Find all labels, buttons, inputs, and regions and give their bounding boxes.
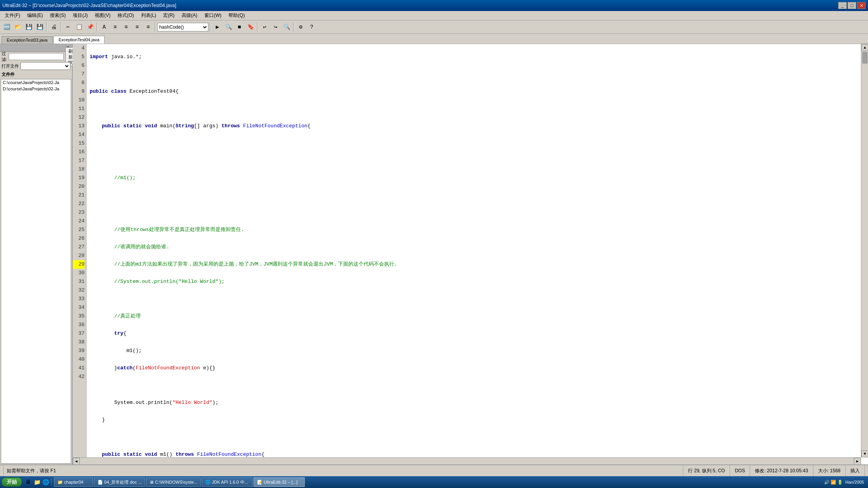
- menu-list[interactable]: 列表(L): [138, 11, 160, 20]
- menu-file[interactable]: 文件(F): [2, 11, 23, 20]
- menu-bar: 文件(F) 编辑(E) 搜索(S) 项目(J) 视图(V) 格式(O) 列表(L…: [0, 11, 868, 20]
- taskbar-right: 🔊 📶 🔋 Han/2005: [824, 480, 866, 485]
- save-btn[interactable]: 💾: [24, 22, 34, 32]
- open-btn[interactable]: 📂: [13, 22, 23, 32]
- tab-1[interactable]: ExceptionTest04.java: [53, 36, 105, 44]
- menu-view[interactable]: 视图(V): [92, 11, 114, 20]
- title-bar: UltraEdit-32 – [D:\course\JavaProjects\0…: [0, 0, 868, 11]
- left-panel: ✕ 过滤: 刷新(B) 打开文件 文件件 C:\course\JavaProje…: [0, 44, 73, 464]
- file-tree-label: 文件件: [0, 71, 72, 78]
- menu-project[interactable]: 项目(J): [70, 11, 91, 20]
- code-line-9: [90, 139, 860, 148]
- file-item-1[interactable]: D:\course\JavaProjects\02-Ja: [1, 86, 71, 92]
- taskbar-item-0[interactable]: 📁 chapter04: [54, 477, 93, 487]
- menu-advanced[interactable]: 高级(A): [178, 11, 200, 20]
- sep4: [155, 22, 156, 32]
- line-numbers: 45678 910111213 1415161718 1920212223 24…: [73, 44, 86, 457]
- taskbar-item-4[interactable]: 📝 UltraEdit-32 – [...]: [254, 477, 305, 487]
- code-line-25: }: [90, 416, 860, 424]
- align-right-btn[interactable]: ≡: [132, 22, 142, 32]
- menu-macro[interactable]: 宏(R): [160, 11, 178, 20]
- help-btn2[interactable]: ?: [307, 22, 317, 32]
- format-section: DOS: [730, 465, 750, 476]
- vertical-scrollbar[interactable]: ▲ ▼: [861, 44, 868, 457]
- code-container: 45678 910111213 1415161718 1920212223 24…: [73, 44, 868, 457]
- font-btn[interactable]: A: [99, 22, 109, 32]
- ql-icon-1[interactable]: 🖥: [24, 478, 32, 486]
- code-line-6: public class ExceptionTest04{: [90, 87, 860, 96]
- cut-btn[interactable]: ✂: [63, 22, 73, 32]
- code-line-19: //真正处理: [90, 312, 860, 321]
- new-btn[interactable]: 🆕: [2, 22, 12, 32]
- menu-search[interactable]: 搜索(S): [47, 11, 69, 20]
- menu-format[interactable]: 格式(O): [114, 11, 137, 20]
- main-layout: ✕ 过滤: 刷新(B) 打开文件 文件件 C:\course\JavaProje…: [0, 44, 868, 464]
- maximize-btn[interactable]: □: [848, 2, 856, 9]
- modified-section: 修改: 2012-7-28 10:05:43: [750, 465, 813, 476]
- code-line-18: [90, 295, 860, 303]
- menu-help[interactable]: 帮助(Q): [225, 11, 248, 20]
- code-line-27: public static void m1() throws FileNotFo…: [90, 450, 860, 457]
- tab-0[interactable]: ExceptionTest03.java: [2, 36, 53, 44]
- find-btn[interactable]: 🔍: [281, 22, 292, 32]
- filter-input[interactable]: [9, 53, 64, 60]
- close-btn[interactable]: ✕: [857, 2, 866, 9]
- h-scroll-right-btn[interactable]: ▶: [854, 458, 861, 465]
- code-line-13: [90, 208, 860, 217]
- code-line-12: [90, 191, 860, 200]
- code-content[interactable]: import java.io.*; public class Exception…: [86, 44, 868, 457]
- code-line-17: //System.out.println("Hello World");: [90, 277, 860, 286]
- horizontal-scrollbar[interactable]: ◀ ▶: [73, 457, 861, 464]
- config-btn[interactable]: ⚙: [296, 22, 306, 32]
- sep2: [61, 22, 61, 32]
- bookmark-btn[interactable]: 🔖: [245, 22, 256, 32]
- code-line-10: [90, 156, 860, 165]
- align-justify-btn[interactable]: ≡: [143, 22, 153, 32]
- taskbar-icons: 🔊 📶 🔋: [824, 480, 843, 485]
- open-file-dropdown[interactable]: [20, 62, 70, 70]
- code-line-24: System.out.println("Hello World");: [90, 398, 860, 407]
- sep1: [46, 22, 47, 32]
- ql-icon-3[interactable]: 🌐: [42, 478, 50, 486]
- function-dropdown[interactable]: hashCode(): [157, 23, 208, 31]
- sep5: [210, 22, 211, 32]
- undo-btn[interactable]: ↩: [259, 22, 270, 32]
- h-scroll-left-btn[interactable]: ◀: [73, 458, 80, 465]
- align-left-btn[interactable]: ≡: [110, 22, 120, 32]
- file-tree: C:\course\JavaProjects\02-Ja D:\course\J…: [1, 79, 71, 464]
- editor-area: ▲ ▼ 45678 910111213 1415161718 192021222…: [73, 44, 868, 464]
- save-all-btn[interactable]: 💾: [35, 22, 45, 32]
- ql-icon-2[interactable]: 📁: [33, 478, 41, 486]
- toolbar: 🆕 📂 💾 💾 🖨 ✂ 📋 📌 A ≡ ≡ ≡ ≡ hashCode() ▶ 🔍…: [0, 20, 868, 34]
- taskbar-item-1[interactable]: 📄 04_异常处理 doc ...: [94, 477, 145, 487]
- stop-btn[interactable]: ■: [234, 22, 245, 32]
- debug-btn[interactable]: 🔍: [223, 22, 234, 32]
- run-btn[interactable]: ▶: [212, 22, 223, 32]
- status-bar: 如需帮助文件，请按 F1 行 29, 纵列 5, CO DOS 修改: 2012…: [0, 464, 868, 476]
- menu-window[interactable]: 窗口(W): [201, 11, 224, 20]
- scrollbar-thumb[interactable]: [862, 52, 868, 64]
- start-button[interactable]: 开始: [2, 477, 22, 487]
- minimize-btn[interactable]: _: [838, 2, 847, 9]
- file-item-0[interactable]: C:\course\JavaProjects\02-Ja: [1, 79, 71, 86]
- size-section: 大小: 1568: [813, 465, 846, 476]
- taskbar-time: Han/2005: [845, 480, 864, 484]
- code-line-22: }catch(FileNotFoundException e){}: [90, 364, 860, 372]
- scrollbar-down-btn[interactable]: ▼: [861, 450, 868, 457]
- format-text: DOS: [735, 468, 745, 473]
- redo-btn[interactable]: ↪: [270, 22, 281, 32]
- code-line-20: try{: [90, 329, 860, 338]
- print-btn[interactable]: 🖨: [49, 22, 59, 32]
- position-text: 行 29, 纵列 5, CO: [688, 468, 725, 474]
- taskbar-item-2[interactable]: 🖥 C:\WINDOWS\syste...: [146, 477, 201, 487]
- align-center-btn[interactable]: ≡: [121, 22, 131, 32]
- taskbar-item-3[interactable]: 🌐 JDK API 1.6.0 中...: [202, 477, 253, 487]
- copy-btn[interactable]: 📋: [74, 22, 84, 32]
- code-line-7: [90, 105, 860, 113]
- code-line-5: [90, 70, 860, 79]
- scrollbar-up-btn[interactable]: ▲: [861, 44, 868, 51]
- menu-edit[interactable]: 编辑(E): [24, 11, 46, 20]
- sep3: [97, 22, 97, 32]
- paste-btn[interactable]: 📌: [85, 22, 95, 32]
- position-section: 行 29, 纵列 5, CO: [683, 465, 730, 476]
